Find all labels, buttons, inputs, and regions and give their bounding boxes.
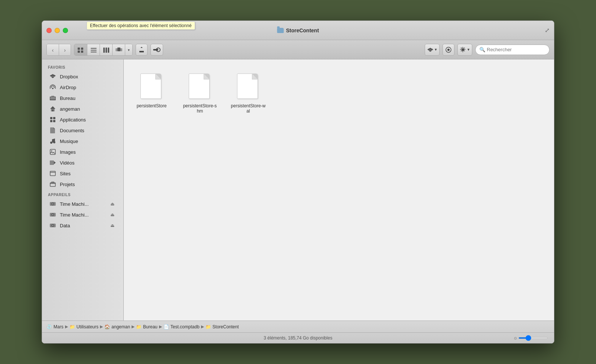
column-view-button[interactable]: [100, 44, 112, 56]
disk-icon-3: [49, 222, 56, 229]
svg-rect-3: [81, 51, 83, 53]
sidebar-item-documents[interactable]: Documents: [43, 125, 122, 136]
sidebar-item-projets[interactable]: Projets: [43, 179, 122, 189]
sidebar-item-data[interactable]: Data ⏏: [43, 220, 122, 231]
svg-rect-0: [78, 48, 80, 50]
gear-button[interactable]: ▾: [457, 44, 472, 56]
sidebar: FAVORIS Dropbox: [42, 59, 124, 321]
finder-window: Effectuer des opérations avec l'élément …: [42, 20, 554, 344]
sidebar-label-airdrop: AirDrop: [60, 85, 76, 90]
svg-marker-41: [54, 161, 56, 164]
tooltip: Effectuer des opérations avec l'élément …: [87, 22, 195, 30]
airdrop-icon: [49, 84, 56, 91]
sidebar-item-timemachine1[interactable]: Time Machi... ⏏: [43, 199, 122, 209]
dropbox-button[interactable]: ▾: [425, 44, 440, 56]
breadcrumb-sep-4: ▶: [159, 324, 162, 329]
svg-rect-1: [81, 48, 83, 50]
window-controls: [46, 28, 68, 33]
search-box[interactable]: 🔍: [475, 45, 550, 55]
sidebar-label-data: Data: [60, 223, 70, 228]
sidebar-item-musique[interactable]: Musique: [43, 136, 122, 146]
svg-rect-33: [53, 117, 55, 119]
sidebar-label-videos: Vidéos: [60, 160, 75, 166]
folder-breadcrumb-icon-2: 📁: [136, 324, 142, 329]
sidebar-item-bureau[interactable]: Bureau: [43, 93, 122, 103]
svg-rect-32: [50, 117, 52, 119]
folder-icon: [277, 28, 284, 33]
sidebar-label-angeman: angeman: [60, 106, 80, 112]
dropbox-icon: [49, 73, 56, 80]
svg-rect-42: [50, 171, 55, 176]
home-icon: [49, 105, 56, 112]
sidebar-label-images: Images: [60, 149, 76, 155]
file-name-persistentstore: persistentStore: [137, 103, 167, 108]
fullscreen-button[interactable]: ⤢: [545, 27, 550, 34]
list-view-button[interactable]: [87, 44, 100, 56]
folder-breadcrumb-icon-3: 📁: [205, 324, 211, 329]
sites-icon: [49, 170, 56, 177]
svg-rect-4: [91, 48, 97, 49]
file-item-persistentstore-shm[interactable]: persistentStore-shm: [179, 71, 220, 117]
svg-rect-7: [103, 48, 105, 53]
disk-icon: [49, 201, 56, 207]
breadcrumb-testcomptadb[interactable]: 📄 Test.comptadb: [163, 324, 200, 329]
sidebar-item-airdrop[interactable]: AirDrop: [43, 82, 122, 92]
view-options-arrow[interactable]: ▾: [125, 44, 132, 56]
forward-button[interactable]: ›: [59, 44, 71, 56]
breadcrumb-bureau[interactable]: 📁 Bureau: [136, 324, 158, 329]
breadcrumb-label-storecontent: StoreContent: [213, 324, 239, 329]
svg-point-39: [51, 150, 52, 152]
coverflow-view-button[interactable]: [112, 44, 125, 56]
disk-icon-2: [49, 211, 56, 218]
breadcrumb-storecontent[interactable]: 📁 StoreContent: [205, 324, 239, 329]
status-bar: 3 éléments, 185,74 Go disponibles ⊙: [42, 333, 554, 343]
sidebar-item-timemachine2[interactable]: Time Machi... ⏏: [43, 209, 122, 220]
sidebar-item-dropbox[interactable]: Dropbox: [43, 71, 122, 82]
svg-rect-11: [116, 48, 117, 51]
back-button[interactable]: ‹: [47, 44, 59, 56]
close-button[interactable]: [46, 28, 52, 33]
sidebar-item-sites[interactable]: Sites: [43, 168, 122, 179]
action-button[interactable]: [150, 44, 163, 56]
svg-rect-34: [50, 120, 52, 122]
file-item-persistentstore-wal[interactable]: persistentStore-wal: [228, 71, 269, 117]
sidebar-label-timemachine1: Time Machi...: [60, 201, 89, 207]
minimize-button[interactable]: [55, 28, 60, 33]
eject-button-timemachine2[interactable]: ⏏: [109, 212, 116, 217]
breadcrumb-label-bureau: Bureau: [143, 324, 158, 329]
icon-view-button[interactable]: [74, 44, 87, 56]
home-breadcrumb-icon: 🏠: [104, 324, 110, 329]
breadcrumb-label-testcomptadb: Test.comptadb: [171, 324, 200, 329]
svg-point-50: [52, 214, 54, 215]
zoom-slider[interactable]: ⊙: [514, 336, 548, 340]
breadcrumb-utilisateurs[interactable]: 📁 Utilisateurs: [69, 324, 98, 329]
svg-rect-9: [108, 48, 109, 53]
sidebar-item-applications[interactable]: Applications: [43, 114, 122, 125]
file-icon-persistentstore-wal: [237, 74, 259, 100]
breadcrumb-mars[interactable]: 💿 Mars: [46, 324, 64, 329]
zoom-min-icon: ⊙: [514, 336, 517, 340]
devices-header: APPAREILS: [42, 190, 123, 198]
svg-rect-31: [52, 110, 54, 111]
share-button[interactable]: [136, 44, 148, 56]
preview-button[interactable]: [443, 44, 454, 56]
svg-point-26: [52, 88, 54, 89]
zoom-range-input[interactable]: [518, 337, 548, 339]
file-item-persistentstore[interactable]: persistentStore: [131, 71, 172, 117]
breadcrumb-angeman[interactable]: 🏠 angeman: [104, 324, 130, 329]
eject-button-timemachine1[interactable]: ⏏: [109, 201, 116, 207]
svg-rect-5: [91, 50, 97, 51]
file-name-persistentstore-wal: persistentStore-wal: [231, 103, 266, 114]
sidebar-item-videos[interactable]: Vidéos: [43, 157, 122, 168]
sidebar-item-images[interactable]: Images: [43, 147, 122, 157]
eject-button-data[interactable]: ⏏: [109, 223, 116, 228]
bottom-section: 💿 Mars ▶ 📁 Utilisateurs ▶ 🏠 angeman ▶ 📁 …: [42, 321, 554, 343]
sidebar-label-sites: Sites: [60, 171, 71, 176]
documents-icon: [49, 127, 56, 134]
search-input[interactable]: [487, 47, 545, 52]
file-icon-persistentstore-shm: [189, 74, 211, 100]
maximize-button[interactable]: [63, 28, 68, 33]
breadcrumb-sep-3: ▶: [132, 324, 135, 329]
svg-rect-10: [117, 48, 120, 51]
sidebar-item-angeman[interactable]: angeman: [43, 104, 122, 114]
